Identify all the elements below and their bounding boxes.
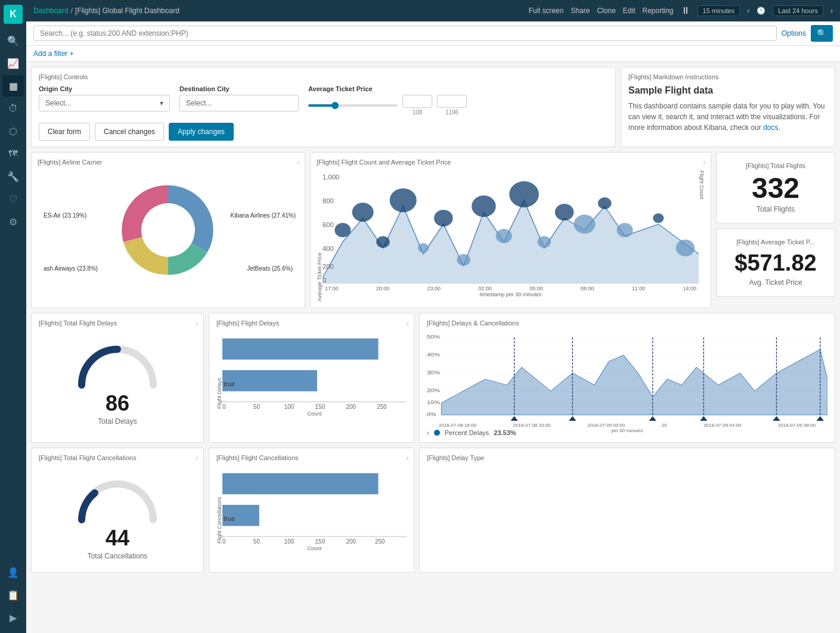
flight-count-chart-area: Average Ticket Price [317,170,705,302]
breadcrumb-home[interactable]: Dashboard [33,7,69,15]
bubble-15 [617,223,633,237]
markdown-body: This dashboard contains sample data for … [628,101,827,133]
sidebar-item-devtools[interactable]: 🔧 [2,166,24,187]
sidebar-item-discover[interactable]: 🔍 [2,30,24,51]
search-input[interactable] [33,26,777,41]
total-delays-gear-icon[interactable]: ‹ [196,318,199,328]
donut-chart: ES-Air (23.19%) ash Airways (23.8%) Kiba… [38,170,299,290]
delays-bar-svg: true 0 50 100 150 200 250 [222,331,407,409]
cancel-changes-button[interactable]: Cancel changes [95,123,164,141]
avg-ticket-title: [Flights] Average Ticket P... [723,238,829,246]
pause-icon[interactable]: ⏸ [681,5,690,16]
y-tick-800: 800 [323,198,334,204]
sidebar: K 🔍 📈 ▦ ⏱ ⬡ 🗺 🔧 ♡ ⚙ 👤 📋 ▶ [0,0,26,633]
avg-ticket-price-label: Average Ticket Price [308,85,467,92]
prev-time-icon[interactable]: ‹ [747,7,749,15]
sidebar-item-user[interactable]: 👤 [2,561,24,583]
controls-panel: [Flights] Controls Origin City Select...… [31,67,616,147]
markdown-docs-link[interactable]: docs. [763,123,780,132]
airline-gear-icon[interactable]: ‹ [297,157,300,167]
total-delays-panel: [Flights] Total Flight Delays ‹ 86 Total… [31,313,204,443]
flight-delays-gear-icon[interactable]: ‹ [406,318,409,328]
kibana-label: Kibana Airlines (27.41%) [230,212,296,219]
bubble-16 [653,213,664,223]
sidebar-item-help[interactable]: ▶ [2,607,24,628]
annotation-triangle-3 [649,416,656,421]
destination-city-select[interactable]: Select... [179,95,299,111]
markdown-panel: [Flights] Markdown Instructions Sample F… [621,67,835,147]
total-cancellations-gear-icon[interactable]: ‹ [196,453,199,463]
share-action[interactable]: Share [571,7,590,15]
slider-thumb[interactable] [331,102,339,109]
price-max-input[interactable] [437,95,467,108]
time-range[interactable]: Last 24 hours [773,5,823,16]
bubble-4 [390,188,417,212]
options-button[interactable]: Options [782,29,806,38]
reporting-action[interactable]: Reporting [643,7,674,15]
cancellations-gauge-track [82,484,153,520]
price-max-label: 1196 [445,109,458,116]
sidebar-item-visualize[interactable]: 📈 [2,52,24,74]
origin-city-value: Select... [45,99,71,107]
total-cancellations-label: Total Cancellations [88,552,148,560]
flight-cancellations-gear-icon[interactable]: ‹ [406,453,409,463]
y-tick-10: 10% [427,399,440,405]
time-interval[interactable]: 15 minutes [698,5,740,16]
bubble-12 [555,204,574,221]
destination-city-label: Destination City [179,85,299,92]
delays-y-label: Flight Delays [216,331,222,409]
total-delays-title: [Flights] Total Flight Delays [39,319,196,327]
clone-action[interactable]: Clone [597,7,615,15]
total-delays-label: Total Delays [98,417,137,426]
avg-ticket-panel: [Flights] Average Ticket P... $571.82 Av… [716,228,835,297]
delay-type-title: [Flights] Delay Type [427,454,827,461]
total-delays-value: 86 [106,391,129,416]
y-tick-600: 600 [323,222,334,228]
donut-hole [141,203,195,257]
cancel-x-tick-100: 100 [284,538,295,544]
search-button[interactable]: 🔍 [811,25,833,42]
fullscreen-action[interactable]: Full screen [529,7,564,15]
add-filter-button[interactable]: Add a filter + [33,49,74,58]
breadcrumb: Dashboard / [Flights] Global Flight Dash… [33,7,179,15]
total-flights-label: Total Flights [723,205,829,213]
markdown-heading: Sample Flight data [628,85,827,96]
price-slider[interactable] [308,100,398,111]
jetbeats-label: JetBeats (25.6%) [247,265,293,272]
cancellations-row: [Flights] Total Flight Cancellations ‹ 4… [31,448,835,573]
total-flights-title: [Flights] Total Flights [723,162,829,169]
sidebar-item-dashboard[interactable]: ▦ [2,75,24,97]
flight-count-panel: [Flights] Flight Count and Average Ticke… [310,152,711,308]
delay-bar-1 [222,339,379,359]
sidebar-item-timelion[interactable]: ⏱ [2,98,24,119]
apply-changes-button[interactable]: Apply changes [169,123,234,141]
next-time-icon[interactable]: › [830,7,833,15]
cancellations-bar-svg: true 0 50 100 150 200 250 [222,466,407,544]
sidebar-item-logs[interactable]: 📋 [2,584,24,606]
donut-svg [114,176,222,284]
sidebar-item-settings[interactable]: ⚙ [2,211,24,232]
price-min-input[interactable] [402,95,432,108]
flight-count-gear-icon[interactable]: ‹ [703,157,706,167]
metrics-column: [Flights] Total Flights 332 Total Flight… [716,152,835,308]
y-tick-0: 0% [427,411,436,417]
origin-city-select[interactable]: Select... ▾ [39,95,170,111]
cancellations-x-label: Count [222,545,407,551]
flight-count-title: [Flights] Flight Count and Average Ticke… [317,159,705,166]
delays-bar-area: true 0 50 100 150 200 250 Count [222,331,407,409]
slider-track [308,104,398,107]
sidebar-item-canvas[interactable]: ⬡ [2,120,24,142]
y-left-label: Average Ticket Price [317,170,323,302]
airline-carrier-title: [Flights] Airline Carrier [38,159,299,166]
cancel-x-tick-250: 250 [375,538,385,544]
y-tick-50: 50% [427,334,440,340]
chart-body: 1,000 800 600 400 200 0 17:00 20:00 23:0… [323,170,699,302]
bubble-3 [376,236,390,248]
sidebar-item-maps[interactable]: 🗺 [2,143,24,165]
kibana-logo: K [4,5,23,24]
origin-city-chevron-icon: ▾ [160,99,163,107]
edit-action[interactable]: Edit [623,7,636,15]
clear-form-button[interactable]: Clear form [39,123,90,141]
bubble-13 [574,215,595,234]
sidebar-item-monitoring[interactable]: ♡ [2,188,24,210]
